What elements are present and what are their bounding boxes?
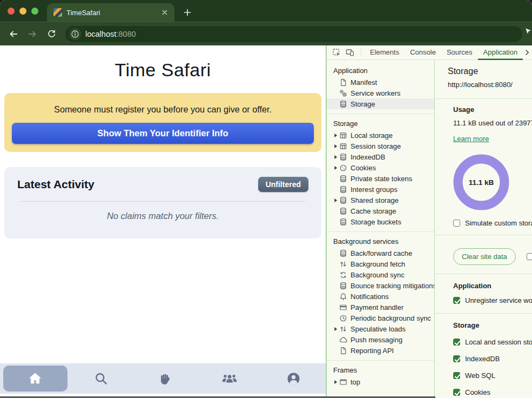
devtools-tab-application[interactable]: Application <box>478 45 523 60</box>
nav-projects[interactable] <box>133 363 198 394</box>
tree-item-cookies[interactable]: Cookies <box>327 162 434 173</box>
simulate-storage-checkbox[interactable]: Simulate custom storage <box>453 219 532 227</box>
tree-item-storage-buckets[interactable]: Storage buckets <box>327 216 434 227</box>
pane-section-storage: StorageLocal and session storageIndexedD… <box>435 314 532 398</box>
bell-icon <box>339 292 347 301</box>
site-info-icon[interactable] <box>69 28 81 40</box>
checkbox-indexeddb[interactable]: IndexedDB <box>453 355 532 363</box>
expand-arrow-icon[interactable] <box>332 155 339 160</box>
checkbox-checked[interactable] <box>453 297 460 304</box>
tree-item-label: Back/forward cache <box>351 249 412 257</box>
tree-item-periodic-background-sync[interactable]: Periodic background sync <box>327 313 434 323</box>
tree-item-interest-groups[interactable]: Interest groups <box>327 184 434 195</box>
tree-item-label: Payment handler <box>351 303 403 311</box>
tree-item-label: Storage buckets <box>351 218 401 226</box>
tree-item-label: Reporting API <box>351 347 394 355</box>
expand-arrow-icon[interactable] <box>332 165 339 170</box>
unfiltered-button[interactable]: Unfiltered <box>258 177 308 192</box>
close-tab-icon[interactable] <box>160 8 169 17</box>
database-icon <box>339 152 347 161</box>
expand-arrow-icon[interactable] <box>332 327 339 331</box>
browser-tab[interactable]: TimeSafari <box>47 3 174 22</box>
inspect-element-icon[interactable] <box>331 47 342 58</box>
forward-icon[interactable] <box>25 27 39 41</box>
pane-title: Storage <box>435 60 532 76</box>
more-tabs-icon[interactable] <box>523 48 532 57</box>
checkbox-web-sql[interactable]: Web SQL <box>453 372 532 380</box>
checkbox-label: IndexedDB <box>465 355 500 363</box>
checkbox-unchecked[interactable] <box>453 220 460 227</box>
sidebar-section-header-frames: Frames <box>327 363 434 376</box>
checkbox-checked[interactable] <box>453 339 460 346</box>
tree-item-label: Push messaging <box>351 336 402 344</box>
close-window-button[interactable] <box>8 8 15 15</box>
including-third-party-checkbox[interactable]: including third-party cookies <box>527 253 532 261</box>
usage-text: 11.1 kB used out of 239779 MB <box>453 119 532 127</box>
tree-item-notifications[interactable]: Notifications <box>327 291 434 302</box>
tree-item-label: top <box>351 378 360 386</box>
nav-contacts[interactable] <box>197 363 261 394</box>
devtools-tab-console[interactable]: Console <box>405 45 441 60</box>
minimize-window-button[interactable] <box>19 8 26 15</box>
checkbox-local-and-session-storage[interactable]: Local and session storage <box>453 338 532 346</box>
checkbox-checked[interactable] <box>453 355 460 362</box>
checkbox-unchecked[interactable] <box>527 253 532 260</box>
table-icon <box>339 131 347 140</box>
tree-item-storage[interactable]: Storage <box>327 98 434 109</box>
show-identifier-info-button[interactable]: Show Them Your Identifier Info <box>12 123 314 144</box>
tree-item-local-storage[interactable]: Local storage <box>327 130 434 141</box>
reload-icon[interactable] <box>44 27 58 41</box>
expand-arrow-icon[interactable] <box>332 380 339 384</box>
tree-item-shared-storage[interactable]: Shared storage <box>327 195 434 205</box>
browser-window: TimeSafari localhost:8080 Time Safari So… <box>0 0 532 398</box>
tree-item-cache-storage[interactable]: Cache storage <box>327 205 434 216</box>
sync-icon <box>339 270 347 279</box>
checkbox-cookies[interactable]: Cookies <box>453 388 532 396</box>
tree-item-private-state-tokens[interactable]: Private state tokens <box>327 173 434 184</box>
tree-item-label: Cookies <box>351 164 376 172</box>
device-toolbar-icon[interactable] <box>345 47 356 58</box>
tree-item-speculative-loads[interactable]: Speculative loads <box>327 323 434 334</box>
tree-item-bounce-tracking-mitigations[interactable]: Bounce tracking mitigations <box>327 280 434 291</box>
tree-item-payment-handler[interactable]: Payment handler <box>327 302 434 313</box>
nav-home[interactable] <box>3 366 68 392</box>
nav-profile[interactable] <box>261 363 326 394</box>
tree-item-background-sync[interactable]: Background sync <box>327 269 434 280</box>
gears-icon <box>339 89 347 97</box>
checkbox-checked[interactable] <box>453 389 460 396</box>
sidebar-section-header-storage: Storage <box>327 116 434 130</box>
pane-origin: http://localhost:8080/ <box>435 76 532 98</box>
database-icon <box>339 217 347 226</box>
expand-arrow-icon[interactable] <box>332 133 339 138</box>
clear-site-data-button[interactable]: Clear site data <box>453 248 516 265</box>
devtools-tab-elements[interactable]: Elements <box>365 45 405 60</box>
tree-item-session-storage[interactable]: Session storage <box>327 141 434 151</box>
tree-item-label: Private state tokens <box>351 175 412 183</box>
cloud-icon <box>339 335 347 344</box>
devtools-tab-sources[interactable]: Sources <box>441 45 478 60</box>
devtools-panel: ElementsConsoleSourcesApplication Applic… <box>326 45 532 398</box>
new-tab-button[interactable] <box>180 5 195 20</box>
usage-section: Usage 11.1 kB used out of 239779 MB Lear… <box>435 99 532 235</box>
latest-activity-heading: Latest Activity <box>17 178 95 191</box>
tree-item-service-workers[interactable]: Service workers <box>327 88 434 98</box>
back-icon[interactable] <box>6 27 21 41</box>
tree-item-label: Speculative loads <box>351 325 406 333</box>
usage-donut-label: 11.1 kB <box>453 154 509 210</box>
expand-arrow-icon[interactable] <box>332 198 339 203</box>
window-controls <box>0 0 47 22</box>
nav-search[interactable] <box>69 363 133 394</box>
checkbox-checked[interactable] <box>453 372 460 379</box>
tree-item-background-fetch[interactable]: Background fetch <box>327 258 434 269</box>
tree-item-reporting-api[interactable]: Reporting API <box>327 345 434 356</box>
checkbox-unregister-service-workers[interactable]: Unregister service workers <box>453 296 532 304</box>
expand-arrow-icon[interactable] <box>332 144 339 149</box>
tree-item-manifest[interactable]: Manifest <box>327 77 434 88</box>
tree-item-top[interactable]: top <box>327 376 434 387</box>
tree-item-push-messaging[interactable]: Push messaging <box>327 334 434 345</box>
tree-item-indexeddb[interactable]: IndexedDB <box>327 151 434 162</box>
zoom-window-button[interactable] <box>31 8 38 15</box>
tree-item-back-forward-cache[interactable]: Back/forward cache <box>327 248 434 258</box>
address-bar[interactable]: localhost:8080 <box>65 26 522 42</box>
learn-more-link[interactable]: Learn more <box>453 135 489 143</box>
